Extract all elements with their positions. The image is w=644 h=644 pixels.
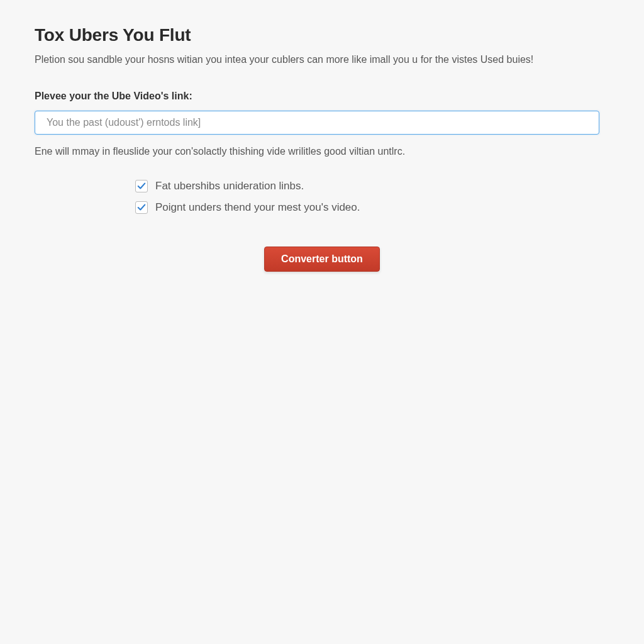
video-link-input[interactable]	[35, 111, 599, 135]
option-checkbox-2[interactable]	[135, 201, 148, 214]
option-row-2: Poignt unders thend your mest you's vide…	[135, 201, 609, 214]
checkmark-icon	[137, 203, 146, 212]
option-label-2: Poignt unders thend your mest you's vide…	[155, 201, 360, 214]
link-input-section: Plevee your the Ube Video's link:	[35, 91, 609, 135]
option-label-1: Fat ubershibs unideration linbs.	[155, 180, 304, 192]
checkmark-icon	[137, 182, 146, 191]
page-title: Tox Ubers You Flut	[35, 25, 609, 45]
link-input-label: Plevee your the Ube Video's link:	[35, 91, 609, 102]
options-group: Fat ubershibs unideration linbs. Poignt …	[135, 180, 609, 214]
option-checkbox-1[interactable]	[135, 180, 148, 192]
page-subtitle: Pletion sou sandble your hosns witian yo…	[35, 54, 609, 65]
option-row-1: Fat ubershibs unideration linbs.	[135, 180, 609, 192]
convert-button[interactable]: Converter button	[264, 247, 380, 272]
helper-text: Ene will mmay in fleuslide your con'sola…	[35, 146, 609, 157]
